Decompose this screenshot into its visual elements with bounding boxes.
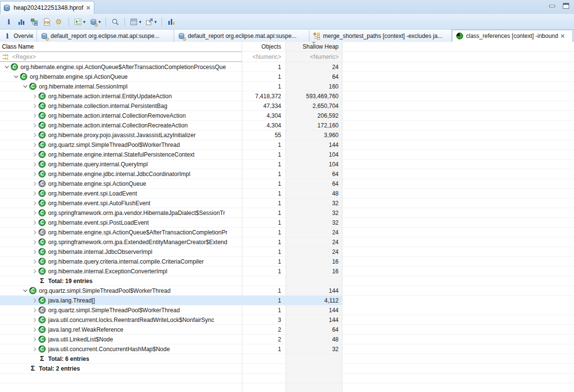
table-row[interactable]: Corg.hibernate.internal.JdbcObserverImpl… [0,247,574,257]
calculate-retained-size-button[interactable]: ▾ [128,16,143,28]
chevron-collapsed-icon[interactable] [31,112,38,120]
table-row[interactable]: Cjava.util.concurrent.ConcurrentHashMap$… [0,344,574,354]
table-row[interactable]: Corg.springframework.orm.jpa.vendor.Hibe… [0,208,574,218]
table-row[interactable]: Corg.hibernate.engine.spi.ActionQueue$Af… [0,228,574,237]
table-row[interactable]: Corg.hibernate.event.spi.LoadEvent148 [0,189,574,198]
table-row[interactable]: Cjava.lang.ref.WeakReference264 [0,325,574,335]
chevron-collapsed-icon[interactable] [31,199,38,207]
table-row[interactable]: Corg.hibernate.query.criteria.internal.c… [0,257,574,267]
table-row[interactable]: Corg.hibernate.engine.spi.ActionQueue$Af… [0,62,574,72]
chevron-expanded-icon[interactable] [12,73,20,81]
chevron-collapsed-icon[interactable] [31,316,38,324]
dropdown-arrow-icon[interactable]: ▾ [99,19,101,24]
table-row[interactable]: Corg.hibernate.internal.ExceptionConvert… [0,267,574,276]
dropdown-arrow-icon[interactable]: ▾ [139,19,142,24]
table-row[interactable]: Corg.hibernate.engine.jdbc.internal.Jdbc… [0,169,574,179]
chevron-expanded-icon[interactable] [3,63,11,71]
editor-tab-heap-hprof[interactable]: heap202412251348.hprof × [0,1,94,14]
chevron-collapsed-icon[interactable] [31,248,38,256]
chevron-collapsed-icon[interactable] [31,345,38,353]
table-row[interactable]: Cjava.util.LinkedList$Node248 [0,335,574,344]
view-tab-class_references[interactable]: class_references [context] -inbound× [452,30,573,42]
chevron-collapsed-icon[interactable] [31,209,38,217]
chevron-collapsed-icon[interactable] [31,190,38,197]
chevron-collapsed-icon[interactable] [31,297,38,304]
table-row[interactable]: Corg.hibernate.action.internal.Collectio… [0,111,574,121]
chevron-collapsed-icon[interactable] [31,258,38,266]
shallow-heap-cell: 144 [286,307,342,314]
chevron-collapsed-icon[interactable] [31,92,38,100]
table-row[interactable]: Corg.hibernate.engine.spi.ActionQueue164 [0,72,574,82]
table-row[interactable]: Corg.quartz.simpl.SimpleThreadPool$Worke… [0,286,574,296]
search-button[interactable] [109,16,121,28]
chevron-collapsed-icon[interactable] [31,141,38,149]
chevron-collapsed-icon[interactable] [31,151,38,159]
maximize-icon[interactable] [563,3,569,9]
objects-cell: 1 [242,249,286,255]
chevron-collapsed-icon[interactable] [31,229,38,236]
view-tab-default_report[interactable]: ⚙default_report org.eclipse.mat.api:susp… [37,30,174,42]
table-row[interactable]: Corg.hibernate.action.internal.Collectio… [0,121,574,130]
view-tab-merge_shortest_paths[interactable]: merge_shortest_paths [context] -excludes… [309,30,452,42]
table-row[interactable]: Corg.hibernate.query.internal.QueryImpl1… [0,160,574,169]
chevron-expanded-icon[interactable] [21,287,29,295]
table-row[interactable]: ΣTotal: 2 entries [0,364,574,374]
class-name-label: java.util.concurrent.ConcurrentHashMap$N… [48,346,170,353]
table-row[interactable]: Corg.quartz.simpl.SimpleThreadPool$Worke… [0,305,574,315]
compare-button[interactable] [165,16,177,28]
dropdown-arrow-icon[interactable]: ▾ [155,19,157,24]
view-tab-label: default_report org.eclipse.mat.api:suspe… [188,33,296,39]
chevron-collapsed-icon[interactable] [31,219,38,227]
table-row[interactable]: ΣTotal: 6 entries [0,354,574,364]
table-row[interactable]: Cjava.util.concurrent.locks.ReentrantRea… [0,315,574,325]
chevron-collapsed-icon[interactable] [31,326,38,334]
dominator-tree-button[interactable] [28,16,40,28]
chevron-collapsed-icon[interactable] [31,160,38,168]
table-row[interactable]: Corg.hibernate.proxy.pojo.javassist.Java… [0,130,574,140]
close-icon[interactable]: × [560,33,564,39]
table-row[interactable]: Cjava.lang.Thread[]14,112 [0,296,342,305]
chevron-expanded-icon[interactable] [21,83,29,90]
run-expert-report-button[interactable]: ▾ [72,16,87,28]
chevron-collapsed-icon[interactable] [31,267,38,275]
regex-filter-input[interactable]: <Regex> [0,52,242,62]
dropdown-arrow-icon[interactable]: ▾ [83,19,86,24]
minimize-icon[interactable] [549,5,555,7]
column-header-objects[interactable]: Objects [242,42,286,51]
histogram-button[interactable] [16,16,27,28]
thread-overview-button[interactable]: ⚙ [54,16,65,28]
chevron-collapsed-icon[interactable] [31,122,38,129]
chevron-collapsed-icon[interactable] [31,238,38,246]
chevron-collapsed-icon[interactable] [31,170,38,178]
open-query-browser-button[interactable]: ⚙▾ [88,16,103,28]
regex-filter-icon [2,53,10,61]
chevron-collapsed-icon[interactable] [31,102,38,110]
chevron-collapsed-icon[interactable] [31,180,38,188]
close-icon[interactable]: × [86,5,90,11]
chevron-collapsed-icon[interactable] [31,131,38,139]
oql-button[interactable]: OQL [41,16,53,28]
view-tab-default_report[interactable]: ⚙default_report org.eclipse.mat.api:susp… [174,30,309,42]
chevron-collapsed-icon[interactable] [31,336,38,343]
export-button[interactable]: ▾ [144,16,159,28]
objects-filter-input[interactable]: <Numeric> [242,52,286,62]
shallow-heap-filter-input[interactable]: <Numeric> [286,52,342,62]
info-button[interactable]: i [3,16,15,28]
column-header-class-name[interactable]: Class Name [0,42,242,51]
table-row[interactable]: Corg.quartz.simpl.SimpleThreadPool$Worke… [0,140,574,150]
table-row[interactable]: Corg.hibernate.collection.internal.Persi… [0,101,574,111]
table-row[interactable]: ΣTotal: 19 entries [0,276,574,286]
table-row[interactable]: Corg.springframework.orm.jpa.ExtendedEnt… [0,237,574,247]
table-row[interactable]: Corg.hibernate.engine.spi.ActionQueue164 [0,179,574,189]
objects-cell: 3 [242,317,286,323]
table-row[interactable]: Corg.hibernate.event.spi.AutoFlushEvent1… [0,198,574,208]
table-row[interactable]: Corg.hibernate.action.internal.EntityUpd… [0,91,574,101]
class-name-cell: Corg.hibernate.engine.spi.ActionQueue$Af… [0,228,242,237]
table-row[interactable]: Corg.hibernate.event.spi.PostLoadEvent13… [0,218,574,228]
table-row[interactable]: Corg.hibernate.internal.SessionImpl1160 [0,82,574,91]
shallow-heap-cell: 32 [286,219,342,226]
column-header-shallow-heap[interactable]: Shallow Heap [286,42,342,51]
table-row[interactable]: Corg.hibernate.engine.internal.StatefulP… [0,150,574,160]
view-tab-overview[interactable]: iOverview [0,30,37,42]
chevron-collapsed-icon[interactable] [31,306,38,314]
